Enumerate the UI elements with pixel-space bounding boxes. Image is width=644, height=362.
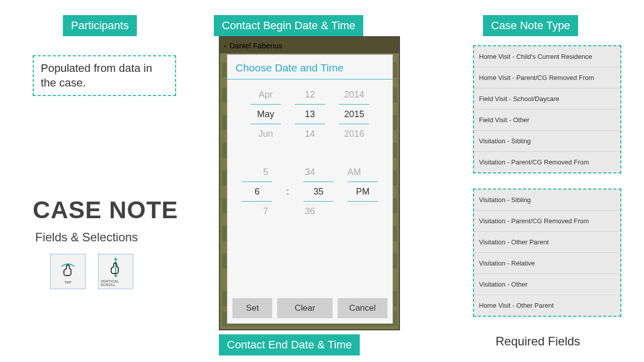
vertical-scroll-icon: VERTICAL SCROLL [98, 254, 133, 289]
list-item[interactable]: Visitation - Sibling [474, 131, 620, 152]
label-participants: Participants [63, 15, 137, 36]
chevron-left-icon[interactable]: ‹ [224, 41, 226, 50]
list-item[interactable]: Field Visit - School/Daycare [474, 88, 620, 110]
person-name: Daniel Fabenus [229, 41, 282, 50]
ampm-value: PM [348, 182, 378, 202]
required-fields-label: Required Fields [496, 334, 580, 348]
datetime-dialog: Choose Date and Time Apr 12 2014 May 13 … [227, 54, 393, 324]
year-value: 2015 [339, 104, 369, 124]
list-item[interactable]: Home Visit - Child's Current Residence [474, 46, 620, 67]
list-item[interactable]: Home Visit - Other Parent [474, 295, 620, 316]
label-contact-end: Contact End Date & Time [219, 334, 360, 355]
date-spinner[interactable]: Apr 12 2014 May 13 2015 Jun 14 2016 [227, 85, 392, 143]
list-item[interactable]: Visitation - Parent/CG Removed From [474, 211, 620, 232]
list-item[interactable]: Visitation - Sibling [474, 190, 620, 211]
month-value: May [251, 104, 281, 124]
minute-value: 35 [303, 182, 334, 202]
label-contact-begin: Contact Begin Date & Time [214, 15, 363, 36]
page-subtitle: Fields & Selections [35, 230, 138, 244]
tap-icon: TAP [50, 254, 86, 289]
type-list-more[interactable]: Visitation - Sibling Visitation - Parent… [473, 189, 621, 317]
clear-button[interactable]: Clear [277, 298, 332, 318]
phone-header: ‹ Daniel Fabenus [220, 37, 399, 53]
list-item[interactable]: Visitation - Other [474, 274, 620, 295]
day-value: 13 [295, 104, 325, 124]
dialog-title: Choose Date and Time [227, 55, 392, 79]
type-list-selected[interactable]: Home Visit - Child's Current Residence H… [473, 45, 621, 173]
page-title: CASE NOTE [33, 196, 178, 224]
phone-mockup: ‹ Daniel Fabenus Choose Date and Time Ap… [219, 36, 400, 330]
set-button[interactable]: Set [232, 298, 272, 318]
participants-description: Populated from data in the case. [33, 55, 176, 96]
time-spinner[interactable]: 5 34 AM 6 : 35 PM 7 36 [227, 163, 392, 220]
list-item[interactable]: Home Visit - Parent/CG Removed From [474, 67, 620, 88]
label-case-note-type: Case Note Type [483, 15, 578, 36]
list-item[interactable]: Visitation - Relative [474, 253, 620, 274]
hour-value: 6 [242, 182, 272, 202]
scroll-label: VERTICAL SCROLL [101, 280, 131, 287]
list-item[interactable]: Field Visit - Other [474, 110, 620, 131]
tap-label: TAP [64, 281, 71, 284]
cancel-button[interactable]: Cancel [338, 298, 387, 318]
list-item[interactable]: Visitation - Parent/CG Removed From [474, 152, 620, 172]
list-item[interactable]: Visitation - Other Parent [474, 232, 620, 253]
